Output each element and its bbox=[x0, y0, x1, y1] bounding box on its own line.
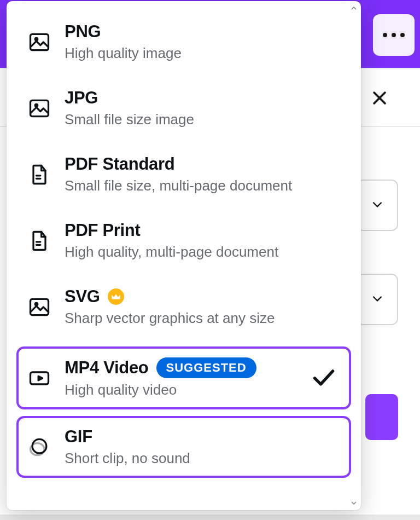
file-type-option-gif[interactable]: GIF Short clip, no sound bbox=[16, 416, 351, 478]
file-type-option-mp4[interactable]: MP4 Video SUGGESTED High quality video bbox=[16, 346, 351, 409]
svg-marker-13 bbox=[38, 376, 42, 380]
option-title: PDF Standard bbox=[65, 154, 340, 174]
file-type-option-pdf-standard[interactable]: PDF Standard Small file size, multi-page… bbox=[16, 141, 351, 207]
gif-icon bbox=[27, 435, 51, 459]
svg-rect-4 bbox=[31, 100, 49, 116]
file-type-dropdown-menu: PNG High quality image JPG Small file si… bbox=[7, 1, 361, 510]
close-button[interactable] bbox=[366, 85, 393, 111]
more-dots-icon bbox=[392, 33, 396, 37]
close-icon bbox=[370, 89, 389, 107]
more-button[interactable] bbox=[373, 14, 415, 56]
file-type-option-pdf-print[interactable]: PDF Print High quality, multi-page docum… bbox=[16, 207, 351, 274]
option-desc: Small file size image bbox=[65, 111, 340, 128]
scroll-down-arrow[interactable] bbox=[348, 498, 359, 509]
image-icon bbox=[27, 30, 51, 54]
download-button[interactable] bbox=[365, 394, 398, 440]
more-dots-icon bbox=[383, 33, 387, 37]
check-icon bbox=[312, 368, 336, 389]
option-title: GIF bbox=[65, 427, 340, 447]
option-desc: High quality, multi-page document bbox=[65, 244, 340, 261]
option-title: PDF Print bbox=[65, 221, 340, 240]
image-icon bbox=[27, 295, 51, 319]
svg-point-5 bbox=[35, 104, 37, 106]
file-type-option-jpg[interactable]: JPG Small file size image bbox=[16, 75, 351, 141]
suggested-badge: SUGGESTED bbox=[156, 357, 256, 378]
svg-rect-10 bbox=[31, 299, 49, 315]
svg-point-3 bbox=[35, 38, 37, 40]
option-title: JPG bbox=[65, 88, 340, 108]
document-icon bbox=[27, 229, 51, 253]
option-title: SVG bbox=[65, 287, 100, 307]
more-dots-icon bbox=[400, 33, 405, 37]
option-desc: High quality video bbox=[65, 382, 340, 398]
option-title: MP4 Video bbox=[65, 358, 149, 378]
svg-rect-2 bbox=[31, 34, 49, 50]
premium-crown-icon bbox=[108, 288, 124, 305]
background-dropdown-2[interactable] bbox=[357, 274, 398, 325]
chevron-down-icon bbox=[370, 197, 384, 213]
video-icon bbox=[27, 366, 51, 390]
option-desc: Short clip, no sound bbox=[65, 450, 340, 467]
chevron-down-icon bbox=[370, 291, 384, 308]
option-title: PNG bbox=[65, 22, 340, 42]
image-icon bbox=[27, 96, 51, 120]
document-icon bbox=[27, 163, 51, 187]
file-type-option-svg[interactable]: SVG Sharp vector graphics at any size bbox=[16, 274, 351, 340]
svg-point-11 bbox=[35, 303, 37, 305]
background-dropdown-1[interactable] bbox=[357, 180, 398, 231]
option-desc: Small file size, multi-page document bbox=[65, 177, 340, 194]
option-desc: Sharp vector graphics at any size bbox=[65, 310, 340, 327]
file-type-option-png[interactable]: PNG High quality image bbox=[16, 9, 351, 75]
option-desc: High quality image bbox=[65, 45, 340, 62]
